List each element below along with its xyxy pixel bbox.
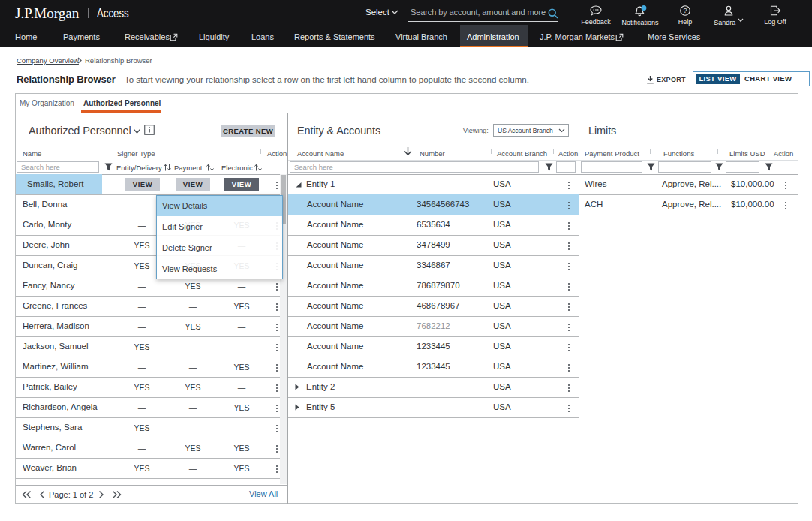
svg-text:?: ? [683, 7, 687, 14]
